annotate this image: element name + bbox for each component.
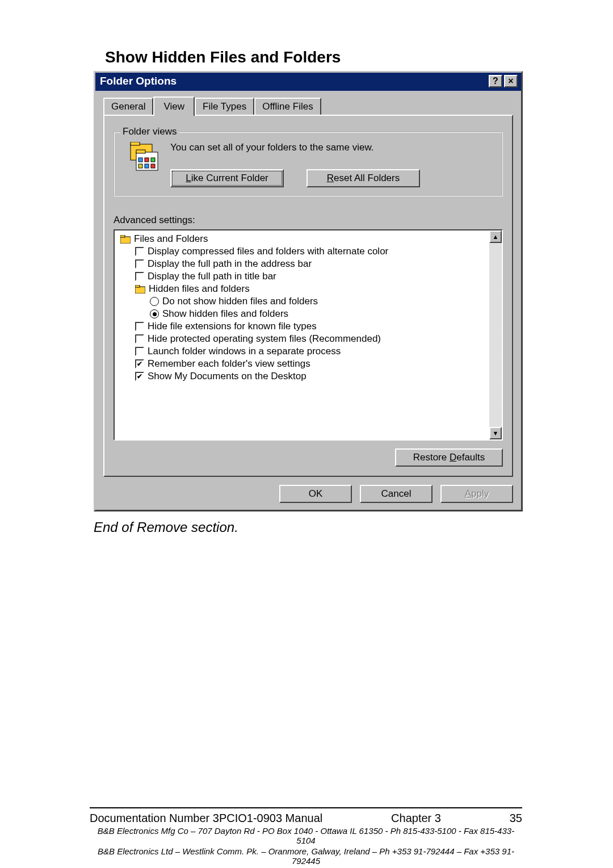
tab-offline-files[interactable]: Offline Files [254,98,321,115]
checkbox-icon[interactable] [135,259,144,269]
tree-folder[interactable]: Hidden files and folders [118,283,488,295]
tree-checkbox-item[interactable]: Display the full path in title bar [118,270,488,283]
footer-center: Chapter 3 [391,812,441,825]
scroll-down-icon[interactable]: ▼ [489,427,502,439]
ok-button[interactable]: OK [279,485,352,503]
page-footer: Documentation Number 3PCIO1-0903 Manual … [90,807,522,866]
radio-icon[interactable] [150,309,159,318]
tree-checkbox-item[interactable]: ✔Remember each folder's view settings [118,358,488,370]
group-label: Folder views [120,126,179,137]
folder-icon [120,235,131,244]
tree-checkbox-item[interactable]: Display compressed files and folders wit… [118,245,488,258]
folder-icon [135,285,145,293]
checkbox-icon[interactable] [135,322,144,331]
svg-rect-12 [135,287,145,293]
tree-checkbox-item[interactable]: ✔Show My Documents on the Desktop [118,370,488,383]
svg-rect-13 [135,285,140,287]
footer-right: 35 [510,812,522,825]
scrollbar[interactable]: ▲ ▼ [489,230,502,439]
scroll-up-icon[interactable]: ▲ [489,230,502,243]
svg-rect-10 [120,237,131,244]
titlebar: Folder Options ? × [95,73,521,91]
restore-defaults-button[interactable]: Restore Defaults [395,448,503,467]
like-current-folder-button[interactable]: Like Current Folder [170,169,284,187]
tree-folder-root[interactable]: Files and Folders [118,233,488,245]
tree-radio-item[interactable]: Show hidden files and folders [118,308,488,320]
svg-rect-3 [136,150,145,153]
tab-general[interactable]: General [103,98,153,115]
checkbox-icon[interactable] [135,347,144,356]
tab-row: General View File Types Offline Files [103,97,513,115]
checkbox-icon[interactable] [135,334,144,343]
checkbox-icon[interactable]: ✔ [135,372,144,381]
reset-all-folders-button[interactable]: Reset All Folders [306,169,420,187]
tab-file-types[interactable]: File Types [195,98,254,115]
cancel-button[interactable]: Cancel [360,485,433,503]
folders-icon [126,142,160,174]
folder-views-desc: You can set all of your folders to the s… [170,142,494,153]
help-icon[interactable]: ? [489,75,502,87]
folder-options-dialog: Folder Options ? × General View File Typ… [94,71,523,511]
advanced-settings-tree[interactable]: Files and FoldersDisplay compressed file… [114,229,503,441]
footer-line2: B&B Electronics Ltd – Westlink Comm. Pk.… [90,846,522,866]
svg-rect-1 [131,142,140,145]
close-icon[interactable]: × [504,75,518,87]
apply-button[interactable]: Apply [440,485,513,503]
tree-radio-item[interactable]: Do not show hidden files and folders [118,295,488,308]
footer-left: Documentation Number 3PCIO1-0903 Manual [90,812,322,825]
svg-rect-11 [120,235,125,237]
tab-view[interactable]: View [153,97,195,116]
svg-rect-4 [138,158,142,162]
svg-rect-5 [145,158,149,162]
checkbox-icon[interactable] [135,272,144,281]
section-title: Show Hidden Files and Folders [94,48,519,66]
tree-checkbox-item[interactable]: Display the full path in the address bar [118,258,488,270]
checkbox-icon[interactable] [135,247,144,256]
tab-body: Folder views [103,115,513,477]
footer-line1: B&B Electronics Mfg Co – 707 Dayton Rd -… [90,826,522,845]
svg-rect-7 [138,164,142,168]
checkbox-icon[interactable]: ✔ [135,359,144,368]
svg-rect-9 [151,164,155,168]
dialog-title: Folder Options [100,75,177,87]
radio-icon[interactable] [150,297,159,306]
folder-views-group: Folder views [114,132,503,196]
advanced-settings-label: Advanced settings: [114,215,503,226]
end-note: End of Remove section. [94,519,519,535]
tree-checkbox-item[interactable]: Hide file extensions for known file type… [118,320,488,333]
svg-rect-6 [151,158,155,162]
tree-checkbox-item[interactable]: Launch folder windows in a separate proc… [118,345,488,358]
tree-checkbox-item[interactable]: Hide protected operating system files (R… [118,333,488,345]
svg-rect-8 [145,164,149,168]
